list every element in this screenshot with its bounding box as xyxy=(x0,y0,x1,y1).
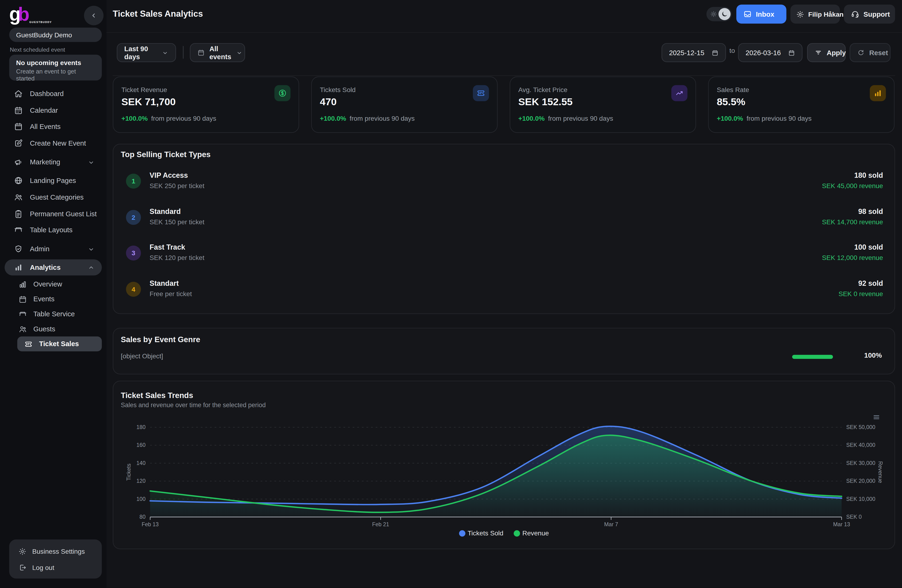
stat-label: Sales Rate xyxy=(717,86,749,93)
sidebar-subitem-overview[interactable]: Overview xyxy=(9,277,102,292)
stat-delta: +100.0% xyxy=(320,115,346,122)
svg-text:120: 120 xyxy=(136,478,146,484)
log-out-button[interactable]: Log out xyxy=(9,560,102,575)
sidebar-item-landing-pages[interactable]: Landing Pages xyxy=(5,173,102,189)
svg-text:Tickets: Tickets xyxy=(126,464,132,481)
sidebar-item-label: Table Layouts xyxy=(30,226,72,234)
sidebar-item-all-events[interactable]: All Events xyxy=(5,118,102,134)
sidebar-footer-card: Business Settings Log out xyxy=(9,540,102,579)
chart-legend: Tickets Sold Revenue xyxy=(113,530,894,536)
sidebar-item-marketing[interactable]: Marketing xyxy=(5,154,102,170)
calendar-icon xyxy=(788,49,795,56)
stat-label: Tickets Sold xyxy=(320,86,355,93)
gear-icon xyxy=(18,547,26,555)
legend-item-revenue[interactable]: Revenue xyxy=(514,530,549,536)
date-from-input[interactable]: 2025-12-15 xyxy=(661,43,726,62)
sun-icon xyxy=(710,10,717,18)
sidebar-subitem-events[interactable]: Events xyxy=(9,292,102,307)
reset-button[interactable]: Reset xyxy=(850,43,891,62)
theme-toggle[interactable] xyxy=(706,7,732,21)
stat-card-sales-rate: Sales Rate 85.5% +100.0%from previous 90… xyxy=(708,77,894,133)
edit-icon xyxy=(14,139,23,148)
ticket-type-sold: 180 sold xyxy=(854,171,883,180)
ticket-type-name: Fast Track xyxy=(150,243,185,251)
sidebar-item-label: Marketing xyxy=(30,158,60,166)
sidebar-item-dashboard[interactable]: Dashboard xyxy=(5,86,102,102)
sidebar-item-label: Calendar xyxy=(30,106,58,114)
ticket-type-sold: 100 sold xyxy=(854,243,883,251)
chevron-down-icon xyxy=(88,158,95,166)
date-to-value: 2026-03-16 xyxy=(745,48,781,56)
business-settings-button[interactable]: Business Settings xyxy=(9,544,102,559)
svg-text:Mar 7: Mar 7 xyxy=(604,521,618,527)
ticket-type-price: SEK 250 per ticket xyxy=(150,182,204,189)
date-to-input[interactable]: 2026-03-16 xyxy=(738,43,802,62)
stat-delta-row: +100.0%from previous 90 days xyxy=(518,115,613,122)
clipboard-icon xyxy=(14,209,23,218)
svg-text:SEK 20,000: SEK 20,000 xyxy=(846,478,875,484)
sidebar-item-label: Admin xyxy=(30,245,49,253)
page-title: Ticket Sales Analytics xyxy=(113,9,203,19)
sidebar-item-guest-categories[interactable]: Guest Categories xyxy=(5,189,102,205)
ticket-type-price: SEK 120 per ticket xyxy=(150,254,204,261)
legend-item-tickets-sold[interactable]: Tickets Sold xyxy=(459,530,503,536)
top-selling-title: Top Selling Ticket Types xyxy=(121,150,210,159)
rank-badge: 2 xyxy=(126,210,141,225)
legend-label: Tickets Sold xyxy=(468,530,503,536)
no-events-card: No upcoming events Create an event to ge… xyxy=(9,55,102,81)
stat-note: from previous 90 days xyxy=(747,115,811,122)
svg-text:SEK 30,000: SEK 30,000 xyxy=(846,460,875,466)
calendar-icon xyxy=(14,122,23,131)
sidebar-item-permanent-guest-list[interactable]: Permanent Guest List xyxy=(5,206,102,222)
stat-delta: +100.0% xyxy=(121,115,148,122)
sidebar-item-create-new-event[interactable]: Create New Event xyxy=(5,135,102,152)
chevron-down-icon xyxy=(236,49,243,56)
date-range-to-label: to xyxy=(729,47,735,54)
svg-text:140: 140 xyxy=(136,460,146,466)
sidebar-item-table-layouts[interactable]: Table Layouts xyxy=(5,222,102,238)
ticket-type-sold: 92 sold xyxy=(858,280,883,288)
period-dropdown[interactable]: Last 90 days xyxy=(117,43,176,62)
filter-icon xyxy=(814,49,822,56)
table-icon xyxy=(18,310,27,318)
trend-up-icon xyxy=(671,85,687,101)
table-icon xyxy=(14,225,23,235)
sidebar-item-admin[interactable]: Admin xyxy=(5,241,102,257)
svg-text:180: 180 xyxy=(136,424,146,430)
stat-delta: +100.0% xyxy=(717,115,743,122)
ticket-type-revenue: SEK 0 revenue xyxy=(839,291,883,297)
calendar-icon xyxy=(197,49,205,56)
workspace-name: GuestBuddy Demo xyxy=(16,31,72,38)
sidebar-subitem-guests[interactable]: Guests xyxy=(9,322,102,336)
genre-row-label: [object Object] xyxy=(121,352,163,359)
sidebar-subitem-ticket-sales[interactable]: Ticket Sales xyxy=(17,336,102,352)
filter-section-divider xyxy=(113,75,895,76)
sidebar-subitem-table-service[interactable]: Table Service xyxy=(9,307,102,322)
ticket-type-price: SEK 150 per ticket xyxy=(150,219,204,225)
logo-letter-b: b xyxy=(18,3,29,25)
workspace-selector[interactable]: GuestBuddy Demo xyxy=(9,28,102,42)
shield-icon xyxy=(14,244,23,253)
event-dropdown[interactable]: All events xyxy=(190,43,245,62)
no-events-title: No upcoming events xyxy=(16,59,95,66)
app-root: gb GUESTBUDDY GuestBuddy Demo Next sched… xyxy=(0,0,902,588)
globe-icon xyxy=(14,176,23,185)
calendar-icon xyxy=(14,106,23,115)
inbox-button[interactable]: Inbox xyxy=(736,5,786,24)
stat-label: Avg. Ticket Price xyxy=(518,86,567,93)
ticket-icon xyxy=(473,85,489,101)
sidebar-collapse-button[interactable] xyxy=(84,6,103,25)
ticket-icon xyxy=(24,339,33,348)
sidebar-item-label: All Events xyxy=(30,123,61,131)
stat-note: from previous 90 days xyxy=(349,115,415,122)
svg-text:80: 80 xyxy=(139,514,146,520)
apply-button[interactable]: Apply xyxy=(807,43,846,62)
sidebar-item-calendar[interactable]: Calendar xyxy=(5,102,102,119)
logout-icon xyxy=(18,564,26,572)
sidebar-item-analytics[interactable]: Analytics xyxy=(5,259,102,275)
stat-delta-row: +100.0%from previous 90 days xyxy=(121,115,216,122)
moon-icon xyxy=(721,10,728,18)
support-button[interactable]: Support xyxy=(844,5,895,24)
user-menu-button[interactable]: Filip Håkanson xyxy=(791,5,840,24)
genre-percent: 100% xyxy=(864,351,882,359)
